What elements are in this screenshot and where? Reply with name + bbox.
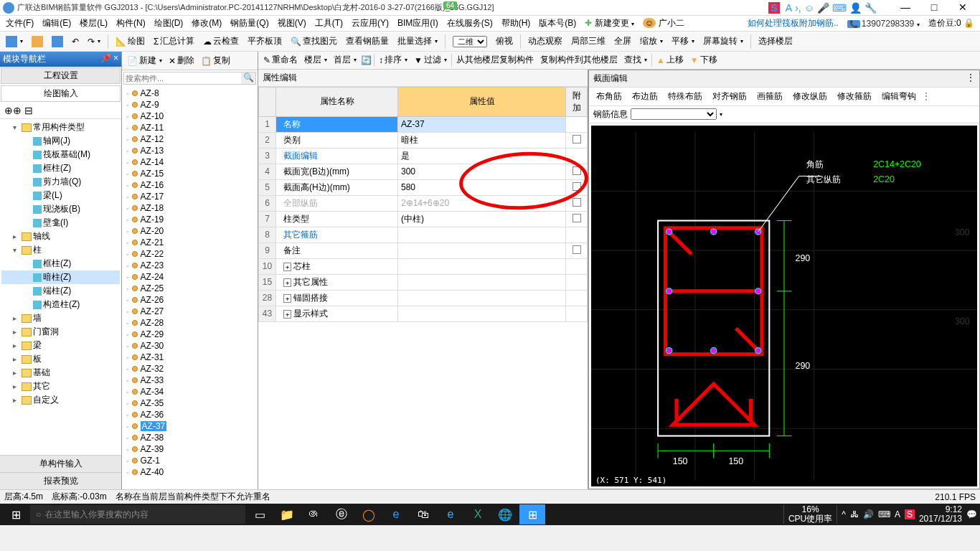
expand-icon[interactable]: ▸	[13, 342, 22, 349]
component-list[interactable]: ◦AZ-8◦AZ-9◦AZ-10◦AZ-11◦AZ-12◦AZ-13◦AZ-14…	[122, 86, 258, 489]
list-item[interactable]: ◦AZ-16	[125, 179, 255, 191]
copy-from-floor-button[interactable]: 从其他楼层复制构件	[454, 53, 536, 67]
first-floor-dropdown[interactable]: 首层	[331, 53, 359, 67]
tree-item[interactable]: 筏板基础(M)	[1, 148, 120, 161]
list-item[interactable]: ◦AZ-23	[125, 260, 255, 271]
search-input[interactable]	[124, 72, 241, 84]
prop-value[interactable]: 是	[398, 148, 566, 164]
tray-up-icon[interactable]: ^	[842, 509, 846, 519]
list-item[interactable]: ◦AZ-29	[125, 329, 255, 340]
tree-item[interactable]: ▸梁	[1, 339, 120, 352]
list-item[interactable]: ◦AZ-21	[125, 237, 255, 248]
menu-item[interactable]: 文件(F)	[1, 17, 38, 29]
list-item[interactable]: ◦AZ-12	[125, 133, 255, 145]
delete-button[interactable]: ✕删除	[166, 54, 197, 67]
view-rebar-button[interactable]: 查看钢筋量	[343, 34, 392, 49]
taskbar-search[interactable]: ○ 在这里输入你要搜索的内容	[30, 505, 245, 524]
prop-extra[interactable]	[566, 148, 588, 164]
ime-person-icon[interactable]: 👤	[849, 2, 862, 14]
list-item[interactable]: ◦AZ-22	[125, 248, 255, 260]
list-item[interactable]: ◦AZ-8	[125, 88, 255, 99]
list-item[interactable]: ◦AZ-27	[125, 306, 255, 317]
expand-icon[interactable]: ▸	[13, 355, 22, 363]
prop-extra[interactable]	[566, 274, 588, 290]
list-item[interactable]: ◦AZ-32	[125, 363, 255, 375]
list-item[interactable]: ◦AZ-11	[125, 122, 255, 133]
cpu-meter[interactable]: 16% CPU使用率	[783, 505, 837, 524]
tree-item[interactable]: ▸墙	[1, 311, 120, 325]
notification-badge[interactable]: 64	[443, 1, 457, 9]
redo-button[interactable]: ↷	[85, 35, 103, 48]
list-item[interactable]: ◦AZ-37	[125, 420, 255, 432]
sogou-icon[interactable]: S	[768, 2, 779, 14]
tree-item[interactable]: 暗柱(Z)	[1, 270, 120, 284]
browser-icon[interactable]: 🌐	[492, 504, 518, 524]
move-down-button[interactable]: ▼下移	[688, 53, 720, 67]
property-row[interactable]: 8其它箍筋	[259, 227, 588, 242]
property-row[interactable]: 3截面编辑是	[259, 148, 588, 164]
prop-value[interactable]: AZ-37	[398, 116, 566, 132]
move-up-button[interactable]: ▲上移	[654, 53, 686, 67]
new-change-button[interactable]: ✚ 新建变更 ▾	[580, 16, 639, 31]
section-canvas[interactable]: 角筋 其它纵筋 2C14+2C20 2C20 290 290 150 150 3…	[591, 126, 977, 486]
section-tab[interactable]: 布角筋	[592, 89, 626, 104]
tab-project-settings[interactable]: 工程设置	[1, 67, 121, 84]
uc-icon[interactable]: ◯	[356, 504, 382, 524]
phone-label[interactable]: 📞13907298339 ▾	[843, 17, 924, 30]
top-view-button[interactable]: 俯视	[493, 34, 516, 49]
more-icon[interactable]: ⋮	[922, 91, 930, 101]
prop-extra[interactable]	[566, 164, 588, 179]
ie-icon[interactable]: e	[438, 504, 463, 524]
app-icon-1[interactable]: ෧	[301, 504, 327, 524]
expand-icon[interactable]: +	[283, 278, 291, 287]
ime-tool-icon[interactable]: 🔧	[864, 2, 877, 14]
rotate-button[interactable]: 屏幕旋转	[700, 34, 746, 49]
explorer-icon[interactable]: 📁	[274, 504, 300, 524]
ime-punct-icon[interactable]: ›,	[795, 2, 801, 14]
tree-item[interactable]: ▾常用构件类型	[1, 121, 120, 134]
checkbox-icon[interactable]	[573, 182, 581, 191]
notification-icon[interactable]: 💬	[966, 509, 977, 519]
menu-item[interactable]: 钢筋量(Q)	[226, 17, 273, 29]
view-2d-select[interactable]: 二维	[453, 36, 487, 47]
tree-item[interactable]: 轴网(J)	[1, 134, 120, 148]
view-2d-dropdown[interactable]: 二维	[450, 34, 490, 49]
tree-item[interactable]: 梁(L)	[1, 189, 120, 202]
menu-item[interactable]: BIM应用(I)	[393, 17, 443, 29]
excel-icon[interactable]: X	[465, 504, 491, 524]
tree-item[interactable]: ▸板	[1, 352, 120, 366]
ggj-icon[interactable]: ⊞	[519, 504, 545, 524]
store-icon[interactable]: 🛍	[410, 504, 436, 524]
menu-item[interactable]: 绘图(D)	[150, 17, 188, 29]
menu-item[interactable]: 在线服务(S)	[443, 17, 497, 29]
open-button[interactable]	[29, 34, 46, 49]
prop-extra[interactable]	[566, 258, 588, 274]
tree-item[interactable]: ▸自定义	[1, 393, 120, 407]
tree-item[interactable]: ▸轴线	[1, 230, 120, 243]
property-row[interactable]: 43+显示样式	[259, 306, 588, 321]
undo-button[interactable]: ↶	[69, 35, 82, 48]
expand-icon[interactable]: ▸	[13, 382, 22, 390]
tree-item[interactable]: ▸其它	[1, 380, 120, 393]
section-tab[interactable]: 特殊布筋	[664, 89, 707, 104]
network-icon[interactable]: 🖧	[850, 509, 859, 519]
prop-value[interactable]	[398, 227, 566, 242]
tree-item[interactable]: 端柱(Z)	[1, 284, 120, 298]
local-3d-button[interactable]: 局部三维	[568, 34, 608, 49]
section-tab[interactable]: 修改箍筋	[833, 89, 876, 104]
list-item[interactable]: ◦GZ-1	[125, 455, 255, 466]
menu-item[interactable]: 版本号(B)	[534, 17, 580, 29]
prop-extra[interactable]	[566, 306, 588, 321]
section-tab[interactable]: 修改纵筋	[788, 89, 831, 104]
tree-item[interactable]: 剪力墙(Q)	[1, 175, 120, 189]
prop-extra[interactable]	[566, 211, 588, 227]
prop-extra[interactable]	[566, 116, 588, 132]
list-item[interactable]: ◦AZ-10	[125, 110, 255, 122]
help-link[interactable]: 如何处理筏板附加钢筋..	[743, 16, 843, 31]
expand-icon[interactable]: ▸	[13, 314, 22, 322]
expand-icon[interactable]: ▸	[13, 328, 22, 336]
property-row[interactable]: 15+其它属性	[259, 274, 588, 290]
fullscreen-button[interactable]: 全屏	[611, 34, 634, 49]
user-button[interactable]: ☺ 广小二	[639, 16, 689, 31]
list-item[interactable]: ◦AZ-33	[125, 375, 255, 386]
